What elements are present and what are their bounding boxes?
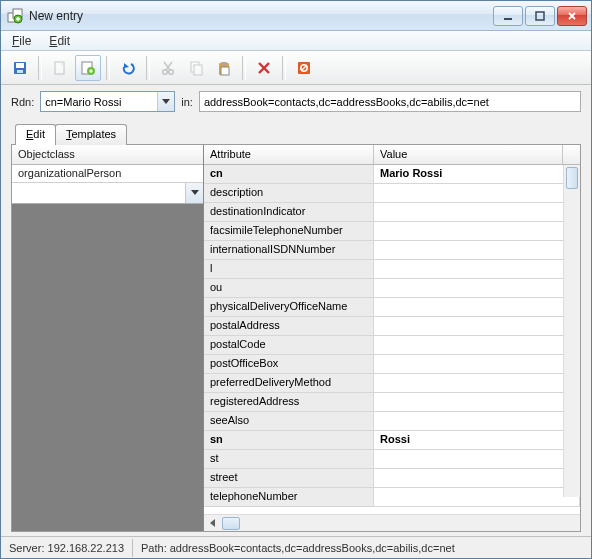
cut-button[interactable] bbox=[155, 55, 181, 81]
objectclass-pane: Objectclass organizationalPerson bbox=[12, 145, 204, 531]
stop-button[interactable] bbox=[291, 55, 317, 81]
attr-cell: ou bbox=[204, 279, 374, 297]
value-cell[interactable] bbox=[374, 450, 580, 468]
value-cell[interactable] bbox=[374, 279, 580, 297]
rdn-input[interactable] bbox=[41, 92, 157, 111]
attr-cell: sn bbox=[204, 431, 374, 449]
table-row[interactable]: registeredAddress bbox=[204, 393, 580, 412]
svg-rect-6 bbox=[16, 63, 24, 68]
table-row[interactable]: l bbox=[204, 260, 580, 279]
value-cell[interactable] bbox=[374, 336, 580, 354]
table-row[interactable]: postalAddress bbox=[204, 317, 580, 336]
menubar: File Edit bbox=[1, 31, 591, 51]
in-field[interactable] bbox=[199, 91, 581, 112]
objectclass-row[interactable]: organizationalPerson bbox=[12, 165, 203, 183]
rdn-row: Rdn: in: bbox=[1, 85, 591, 122]
value-cell[interactable] bbox=[374, 317, 580, 335]
app-icon bbox=[7, 8, 23, 24]
table-row[interactable]: internationalISDNNumber bbox=[204, 241, 580, 260]
table-row[interactable]: st bbox=[204, 450, 580, 469]
table-row[interactable]: postalCode bbox=[204, 336, 580, 355]
table-row[interactable]: facsimileTelephoneNumber bbox=[204, 222, 580, 241]
rdn-label: Rdn: bbox=[11, 96, 34, 108]
table-row[interactable]: physicalDeliveryOfficeName bbox=[204, 298, 580, 317]
minimize-button[interactable] bbox=[493, 6, 523, 26]
content: Edit Templates Objectclass organizationa… bbox=[1, 122, 591, 536]
dropdown-icon[interactable] bbox=[185, 183, 203, 203]
svg-rect-17 bbox=[221, 67, 229, 75]
paste-button[interactable] bbox=[211, 55, 237, 81]
value-cell[interactable] bbox=[374, 374, 580, 392]
toolbar bbox=[1, 51, 591, 85]
dropdown-icon[interactable] bbox=[157, 92, 174, 111]
attr-cell: destinationIndicator bbox=[204, 203, 374, 221]
table-row[interactable]: postOfficeBox bbox=[204, 355, 580, 374]
attr-cell: postOfficeBox bbox=[204, 355, 374, 373]
value-cell[interactable] bbox=[374, 488, 580, 506]
status-path-label: Path: bbox=[141, 542, 167, 554]
table-row[interactable]: snRossi bbox=[204, 431, 580, 450]
value-cell[interactable] bbox=[374, 222, 580, 240]
undo-button[interactable] bbox=[115, 55, 141, 81]
value-cell[interactable] bbox=[374, 393, 580, 411]
status-path: addressBook=contacts,dc=addressBooks,dc=… bbox=[170, 542, 455, 554]
horizontal-scrollbar[interactable] bbox=[204, 514, 580, 531]
attr-cell: seeAlso bbox=[204, 412, 374, 430]
svg-point-12 bbox=[169, 69, 174, 74]
attr-cell: postalAddress bbox=[204, 317, 374, 335]
value-cell[interactable]: Mario Rossi bbox=[374, 165, 580, 183]
objectclass-header: Objectclass bbox=[12, 145, 203, 165]
in-label: in: bbox=[181, 96, 193, 108]
copy-button[interactable] bbox=[183, 55, 209, 81]
svg-point-11 bbox=[163, 69, 168, 74]
rdn-combobox[interactable] bbox=[40, 91, 175, 112]
menu-edit[interactable]: Edit bbox=[42, 32, 77, 50]
col-attribute[interactable]: Attribute bbox=[204, 145, 374, 164]
scroll-left-icon[interactable] bbox=[204, 516, 221, 531]
delete-button[interactable] bbox=[251, 55, 277, 81]
table-row[interactable]: street bbox=[204, 469, 580, 488]
menu-file[interactable]: File bbox=[5, 32, 38, 50]
value-cell[interactable] bbox=[374, 203, 580, 221]
table-row[interactable]: seeAlso bbox=[204, 412, 580, 431]
value-cell[interactable] bbox=[374, 355, 580, 373]
svg-rect-4 bbox=[536, 12, 544, 20]
value-cell[interactable]: Rossi bbox=[374, 431, 580, 449]
attr-cell: st bbox=[204, 450, 374, 468]
new-entry-button[interactable] bbox=[75, 55, 101, 81]
attr-cell: internationalISDNNumber bbox=[204, 241, 374, 259]
tab-templates[interactable]: Templates bbox=[55, 124, 127, 145]
new-button[interactable] bbox=[47, 55, 73, 81]
col-value[interactable]: Value bbox=[374, 145, 563, 164]
svg-rect-16 bbox=[221, 62, 227, 65]
attr-cell: cn bbox=[204, 165, 374, 183]
table-row[interactable]: destinationIndicator bbox=[204, 203, 580, 222]
table-row[interactable]: preferredDeliveryMethod bbox=[204, 374, 580, 393]
attr-cell: description bbox=[204, 184, 374, 202]
status-bar: Server: 192.168.22.213 Path: addressBook… bbox=[1, 536, 591, 558]
attr-cell: facsimileTelephoneNumber bbox=[204, 222, 374, 240]
table-row[interactable]: cnMario Rossi bbox=[204, 165, 580, 184]
attribute-grid: Attribute Value cnMario Rossidescription… bbox=[204, 145, 580, 531]
value-cell[interactable] bbox=[374, 241, 580, 259]
value-cell[interactable] bbox=[374, 469, 580, 487]
maximize-button[interactable] bbox=[525, 6, 555, 26]
table-row[interactable]: telephoneNumber bbox=[204, 488, 580, 507]
attr-cell: postalCode bbox=[204, 336, 374, 354]
value-cell[interactable] bbox=[374, 260, 580, 278]
app-window: New entry File Edit bbox=[0, 0, 592, 559]
value-cell[interactable] bbox=[374, 412, 580, 430]
table-row[interactable]: description bbox=[204, 184, 580, 203]
objectclass-combo[interactable] bbox=[12, 183, 203, 204]
close-button[interactable] bbox=[557, 6, 587, 26]
svg-rect-14 bbox=[194, 65, 202, 75]
value-cell[interactable] bbox=[374, 184, 580, 202]
attr-cell: physicalDeliveryOfficeName bbox=[204, 298, 374, 316]
tab-edit[interactable]: Edit bbox=[15, 124, 56, 145]
svg-rect-3 bbox=[504, 18, 512, 20]
save-button[interactable] bbox=[7, 55, 33, 81]
table-row[interactable]: ou bbox=[204, 279, 580, 298]
value-cell[interactable] bbox=[374, 298, 580, 316]
vertical-scrollbar[interactable] bbox=[563, 165, 580, 497]
svg-rect-7 bbox=[17, 70, 23, 73]
